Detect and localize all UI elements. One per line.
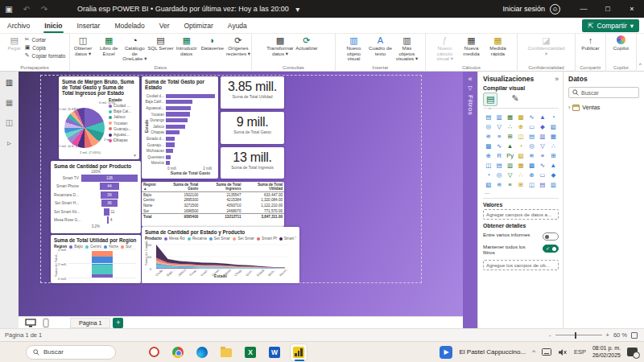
ribbon-tab-inicio[interactable]: Inicio (37, 18, 69, 34)
report-canvas[interactable]: Suma de Margen Bruto, Suma de Total Gast… (19, 72, 463, 316)
table-visual-icon[interactable]: ∴ (548, 142, 559, 150)
bar[interactable] (166, 130, 180, 134)
bar[interactable] (166, 149, 173, 153)
custom-6-visual-icon[interactable]: ▭ (537, 171, 547, 179)
text-slicer-visual-icon[interactable]: ∿ (537, 161, 547, 170)
pie-visual-icon[interactable]: ≡ (493, 132, 504, 141)
nuevo-c-lculo-visual-button[interactable]: ƒNuevo cálculo visual ▾ (431, 34, 458, 64)
custom-8-visual-icon[interactable]: ▧ (483, 180, 493, 189)
custom-3-visual-icon[interactable]: ▽ (505, 171, 515, 179)
azure-map-visual-icon[interactable]: ▩ (483, 142, 493, 150)
m-s-objetos-visuales-button[interactable]: ▥Más objetos visuales ▾ (394, 34, 420, 64)
filled-map-visual-icon[interactable]: ▥ (537, 132, 547, 141)
bar[interactable] (166, 106, 191, 110)
custom-2-visual-icon[interactable]: ◎ (493, 171, 504, 179)
speaker-mute-icon[interactable] (558, 348, 568, 356)
column-segment-sur[interactable] (92, 251, 113, 257)
chrome-icon[interactable] (172, 347, 184, 358)
treemap-visual-icon[interactable]: ◫ (515, 132, 526, 141)
ribbon-tab-archivo[interactable]: Archivo (0, 18, 37, 34)
file-explorer-icon[interactable] (221, 348, 232, 357)
minimize-button[interactable]: — (572, 0, 596, 18)
custom-5-visual-icon[interactable]: ⊕ (526, 171, 537, 179)
clustered-column-visual-icon[interactable]: ▩ (515, 113, 526, 121)
copilot-button[interactable]: Copilot (608, 34, 634, 64)
donut-visual-icon[interactable]: ⊞ (505, 132, 515, 141)
kpi-card-utilidad[interactable]: 3.85 mill. Suma de Total Utilidad (221, 76, 284, 109)
stacked-column-visual[interactable]: Suma de Total Utilidad por Region Region… (51, 235, 141, 283)
introducir-datos-button[interactable]: ▦Introducir datos (174, 34, 200, 64)
touch-keyboard-icon[interactable] (542, 348, 551, 356)
notification-icon[interactable] (627, 348, 638, 356)
table-visual[interactable]: Region ▲Suma de Total GastoSuma de Total… (142, 182, 284, 227)
values-field-well[interactable]: Agregar campos de datos a... (483, 209, 559, 220)
data-search-box[interactable]: Buscar (568, 87, 639, 98)
custom-10-visual-icon[interactable]: ≡ (505, 180, 515, 189)
table-view-icon[interactable]: ▦ (6, 98, 13, 107)
kpi-visual-icon[interactable]: ◎ (526, 142, 537, 150)
matrix-visual-icon[interactable]: ⊕ (483, 151, 493, 160)
power-bi-taskbar-active[interactable] (290, 343, 308, 361)
funnel-bar[interactable]: 44 (100, 183, 119, 190)
obtener-datos-button[interactable]: ◫Obtener datos ▾ (70, 34, 96, 64)
python-visual-icon[interactable]: Py (505, 151, 515, 160)
bar[interactable] (166, 155, 171, 159)
map-visual-icon[interactable]: ▤ (526, 132, 537, 141)
zoom-slider-thumb[interactable] (575, 332, 577, 339)
funnel-bar[interactable]: 36 (101, 200, 118, 207)
line-visual-icon[interactable]: ◔ (548, 113, 559, 121)
mobile-view-icon[interactable] (43, 319, 49, 327)
ribbon-tab-modelado[interactable]: Modelado (107, 18, 151, 34)
funnel-bar[interactable] (104, 208, 109, 216)
shape-map-visual-icon[interactable]: ▦ (548, 132, 559, 141)
custom-9-visual-icon[interactable]: ≋ (493, 180, 504, 189)
actualizar-button[interactable]: ⟳Actualizar (293, 34, 320, 64)
bar-chart-visual[interactable]: Suma de Total Gasto por Estado Estado Ci… (142, 76, 218, 179)
format-visual-tab[interactable]: ✎ (509, 93, 521, 106)
cut-button[interactable]: ✂Cortar (25, 36, 66, 43)
ribbon-tab-ayuda[interactable]: Ayuda (221, 18, 254, 34)
close-button[interactable]: × (620, 0, 644, 18)
area-visual-icon[interactable]: ◎ (483, 122, 493, 131)
custom-11-visual-icon[interactable]: ⊞ (515, 180, 526, 189)
r-script-visual-icon[interactable]: R (493, 151, 504, 160)
report-view-icon[interactable]: ▥ (6, 78, 13, 87)
bar[interactable] (166, 118, 188, 122)
bar[interactable] (166, 125, 185, 129)
line-stacked-column-visual-icon[interactable]: ∴ (505, 122, 515, 131)
table-header[interactable]: Suma de Total Utilidad (242, 182, 284, 192)
stacked-column-visual-icon[interactable]: ▥ (493, 113, 504, 121)
waterfall-visual-icon[interactable]: ◆ (537, 122, 547, 131)
bar[interactable] (166, 137, 175, 141)
drillthrough-field-well[interactable]: Agregue los campos de ob... (483, 260, 559, 270)
expand-filters-icon[interactable]: « (468, 75, 472, 83)
100-stacked-column-visual-icon[interactable]: ▲ (537, 113, 547, 121)
pie-chart-visual[interactable]: Suma de Margen Bruto, Suma de Total Gast… (59, 76, 139, 159)
sign-in-link[interactable]: Iniciar sesión (502, 5, 545, 13)
custom-4-visual-icon[interactable]: ∴ (515, 171, 526, 179)
legend-scroll-icon[interactable]: ▼ (133, 153, 137, 158)
stacked-bar-visual-icon[interactable]: ▤ (483, 113, 493, 121)
ribbon-visual-icon[interactable]: ▭ (526, 122, 537, 131)
line-clustered-column-visual-icon[interactable]: ⊕ (515, 122, 526, 131)
model-view-icon[interactable]: ◫ (6, 118, 13, 127)
bar[interactable] (166, 94, 215, 98)
dataverse-button[interactable]: ◗Dataverse (200, 34, 225, 64)
table-row[interactable]: Centro289530042153841,320,084.00 (142, 198, 284, 204)
kpi-card-ingresos[interactable]: 13 mill. Suma de Total Ingresos (221, 147, 284, 179)
collapse-ribbon-icon[interactable]: ^ (637, 34, 644, 71)
cat-logo-de-onelake-button[interactable]: ◔Catálogo de OneLake ▾ (122, 34, 147, 64)
table-row[interactable]: Norte327150043937101,122,210.00 (142, 203, 284, 208)
dax-query-view-icon[interactable]: ▹ (7, 138, 11, 147)
table-header[interactable]: Region ▲ (142, 182, 162, 192)
undo-icon[interactable]: ↶ (18, 5, 35, 14)
collapse-pane-icon[interactable]: » (555, 75, 559, 83)
metrics-visual-icon[interactable]: ◫ (483, 161, 493, 170)
taskbar-search-box[interactable]: Buscar (26, 345, 116, 360)
nueva-medida-button[interactable]: ▦Nueva medida (458, 34, 485, 64)
keep-filters-toggle[interactable] (543, 245, 559, 253)
copy-button[interactable]: ▣Copia (25, 44, 66, 51)
cuadro-de-texto-button[interactable]: ACuadro de texto (367, 34, 394, 64)
build-visual-tab[interactable]: ▤ (483, 93, 497, 106)
kpi-card-gasto[interactable]: 9 mill. Suma de Total Gasto (221, 112, 284, 144)
